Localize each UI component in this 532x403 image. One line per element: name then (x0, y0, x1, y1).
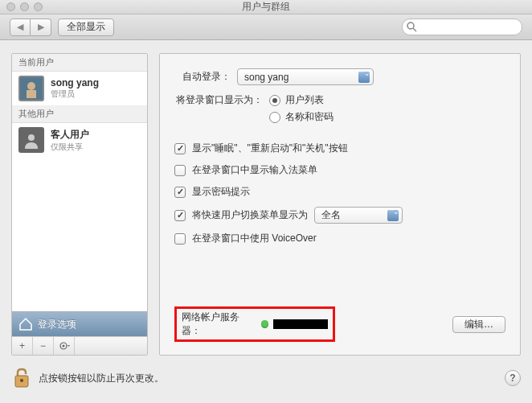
login-options-label: 登录选项 (38, 318, 76, 331)
network-server-highlight: 网络帐户服务器： (174, 306, 335, 342)
edit-button-label: 编辑… (464, 318, 493, 331)
chk-fastswitch[interactable] (174, 210, 186, 221)
network-server-name-redacted (273, 319, 328, 329)
gear-icon (59, 340, 70, 352)
house-icon (18, 317, 33, 331)
lock-icon (13, 368, 31, 389)
chk-input[interactable] (174, 165, 186, 176)
remove-button[interactable]: − (33, 337, 54, 355)
chk-pwhint-label: 显示密码提示 (192, 185, 250, 199)
radio-namepw[interactable] (269, 112, 280, 123)
nav-buttons: ◀ ▶ (10, 19, 51, 36)
lock-button[interactable] (11, 367, 32, 389)
avatar (18, 76, 44, 101)
chk-input-label: 在登录窗口中显示输入法菜单 (192, 163, 317, 177)
display-as-row: 将登录窗口显示为： 用户列表 名称和密码 (174, 93, 505, 127)
chk-sleep-row[interactable]: 显示"睡眠"、"重新启动"和"关机"按钮 (174, 142, 505, 155)
fastswitch-select[interactable]: 全名 (314, 207, 403, 224)
search-wrap (402, 19, 522, 35)
svg-point-0 (407, 23, 414, 29)
titlebar: 用户与群组 (0, 0, 532, 14)
login-options-button[interactable]: 登录选项 (12, 311, 147, 336)
user-row-current[interactable]: song yang 管理员 (12, 72, 147, 105)
search-icon (407, 22, 417, 32)
footer: 点按锁按钮以防止再次更改。 ? (0, 362, 532, 394)
chk-voiceover-label: 在登录窗口中使用 VoiceOver (192, 232, 317, 245)
radio-namepw-row[interactable]: 名称和密码 (269, 110, 334, 124)
user-info: 客人用户 仅限共享 (51, 128, 89, 153)
user-role: 仅限共享 (51, 142, 89, 153)
chk-fastswitch-row[interactable]: 将快速用户切换菜单显示为 全名 (174, 207, 505, 224)
radio-userlist[interactable] (269, 95, 280, 106)
auto-login-label: 自动登录： (174, 70, 231, 84)
chk-voiceover-row[interactable]: 在登录窗口中使用 VoiceOver (174, 232, 505, 245)
back-button[interactable]: ◀ (10, 19, 31, 36)
chk-sleep[interactable] (174, 143, 186, 154)
avatar (18, 127, 44, 153)
radio-userlist-row[interactable]: 用户列表 (269, 93, 334, 107)
auto-login-value: song yang (244, 72, 289, 83)
window-title: 用户与群组 (0, 0, 532, 14)
main-panel: 自动登录： song yang 将登录窗口显示为： 用户列表 名称和密码 显示 (159, 53, 521, 356)
network-server-label: 网络帐户服务器： (182, 310, 256, 338)
display-as-label: 将登录窗口显示为： (174, 93, 263, 107)
add-button[interactable]: + (12, 337, 33, 355)
chk-voiceover[interactable] (174, 233, 186, 245)
action-button[interactable] (54, 337, 75, 355)
user-list: 当前用户 song yang 管理员 其他用户 客人用户 仅限共享 (12, 54, 147, 311)
chk-fastswitch-label: 将快速用户切换菜单显示为 (192, 208, 308, 222)
auto-login-select[interactable]: song yang (237, 68, 374, 85)
sidebar-footer: + − (12, 336, 147, 355)
chk-pwhint[interactable] (174, 187, 186, 198)
show-all-button[interactable]: 全部显示 (58, 19, 114, 36)
toolbar: ◀ ▶ 全部显示 (0, 14, 532, 40)
user-name: 客人用户 (51, 128, 89, 142)
status-dot-icon (261, 320, 269, 328)
display-as-options: 用户列表 名称和密码 (269, 93, 334, 127)
svg-point-7 (62, 345, 64, 347)
content: 当前用户 song yang 管理员 其他用户 客人用户 仅限共享 (0, 40, 532, 362)
auto-login-row: 自动登录： song yang (174, 68, 505, 85)
user-name: song yang (51, 77, 99, 88)
user-role: 管理员 (51, 88, 99, 100)
fastswitch-value: 全名 (321, 208, 341, 222)
chk-sleep-label: 显示"睡眠"、"重新启动"和"关机"按钮 (192, 142, 348, 155)
svg-rect-4 (27, 90, 36, 98)
chk-pwhint-row[interactable]: 显示密码提示 (174, 185, 505, 199)
section-current-user: 当前用户 (12, 54, 147, 72)
section-other-users: 其他用户 (12, 105, 147, 123)
lock-text: 点按锁按钮以防止再次更改。 (39, 372, 164, 385)
radio-userlist-label: 用户列表 (285, 93, 324, 107)
search-input[interactable] (402, 19, 522, 35)
help-button[interactable]: ? (505, 370, 521, 386)
svg-line-1 (413, 28, 416, 31)
chk-input-row[interactable]: 在登录窗口中显示输入法菜单 (174, 163, 505, 177)
network-server-row: 网络帐户服务器： 编辑… (174, 306, 505, 342)
user-info: song yang 管理员 (51, 77, 99, 100)
svg-point-9 (20, 379, 23, 382)
radio-namepw-label: 名称和密码 (285, 110, 334, 124)
edit-button[interactable]: 编辑… (452, 316, 505, 333)
forward-button[interactable]: ▶ (31, 19, 51, 36)
svg-point-5 (28, 134, 35, 141)
sidebar: 当前用户 song yang 管理员 其他用户 客人用户 仅限共享 (11, 53, 148, 356)
svg-point-3 (27, 82, 35, 90)
user-row-guest[interactable]: 客人用户 仅限共享 (12, 123, 147, 157)
